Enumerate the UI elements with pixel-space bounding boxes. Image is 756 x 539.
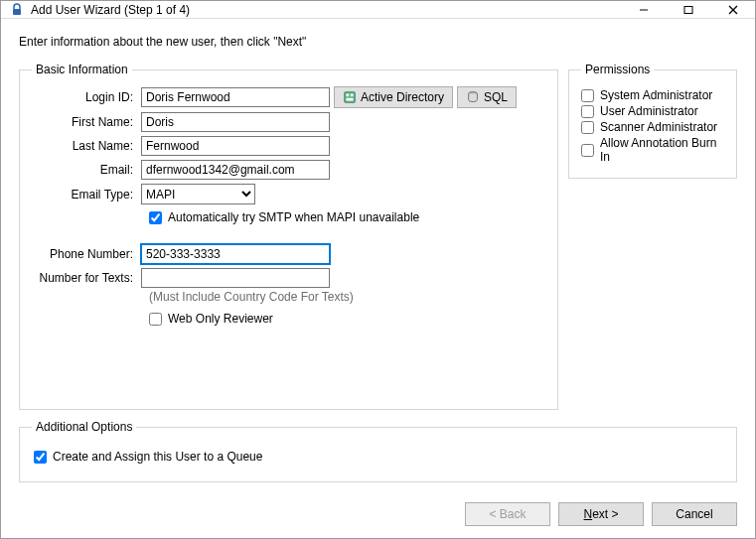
content-area: Enter information about the new user, th…	[1, 19, 755, 492]
directory-icon	[343, 90, 357, 104]
permissions-legend: Permissions	[581, 63, 654, 76]
svg-rect-7	[351, 94, 354, 97]
email-type-label: Email Type:	[32, 188, 141, 202]
window-title: Add User Wizard (Step 1 of 4)	[31, 3, 621, 17]
login-id-input[interactable]	[141, 87, 330, 107]
instruction-text: Enter information about the new user, th…	[19, 35, 737, 49]
texts-number-input[interactable]	[141, 268, 330, 288]
assign-queue-checkbox[interactable]	[34, 451, 47, 464]
texts-number-label: Number for Texts:	[32, 271, 141, 285]
scanner-admin-label: Scanner Administrator	[600, 120, 717, 134]
smtp-fallback-label: Automatically try SMTP when MAPI unavail…	[168, 210, 419, 224]
login-id-label: Login ID:	[32, 90, 141, 104]
last-name-input[interactable]	[141, 136, 330, 156]
maximize-button[interactable]	[666, 1, 710, 18]
phone-label: Phone Number:	[32, 247, 141, 261]
lock-icon	[9, 2, 25, 18]
user-admin-label: User Administrator	[600, 104, 698, 118]
burn-in-checkbox[interactable]	[581, 144, 594, 157]
next-button[interactable]: Next >	[558, 502, 644, 526]
titlebar: Add User Wizard (Step 1 of 4)	[1, 1, 755, 19]
wizard-window: Add User Wizard (Step 1 of 4) Enter info…	[0, 0, 756, 539]
phone-input[interactable]	[141, 244, 330, 264]
sql-button[interactable]: SQL	[457, 86, 517, 108]
email-label: Email:	[32, 163, 141, 177]
burn-in-label: Allow Annotation Burn In	[600, 136, 724, 164]
assign-queue-label: Create and Assign this User to a Queue	[53, 450, 262, 464]
svg-rect-5	[345, 92, 356, 103]
footer-buttons: < Back Next > Cancel	[1, 492, 755, 538]
sql-label: SQL	[484, 90, 508, 104]
svg-rect-8	[347, 98, 354, 101]
system-admin-label: System Administrator	[600, 88, 712, 102]
svg-rect-2	[684, 6, 692, 13]
email-type-select[interactable]: MAPI	[141, 184, 255, 204]
back-button[interactable]: < Back	[465, 502, 550, 526]
database-icon	[466, 90, 480, 104]
active-directory-label: Active Directory	[361, 90, 444, 104]
first-name-input[interactable]	[141, 112, 330, 132]
web-only-reviewer-checkbox[interactable]	[149, 313, 162, 326]
minimize-button[interactable]	[621, 1, 666, 18]
svg-rect-0	[13, 9, 21, 15]
window-controls	[621, 1, 755, 18]
active-directory-button[interactable]: Active Directory	[334, 86, 453, 108]
cancel-button[interactable]: Cancel	[652, 502, 737, 526]
web-only-reviewer-label: Web Only Reviewer	[168, 312, 273, 326]
texts-hint: (Must Include Country Code For Texts)	[149, 290, 545, 304]
user-admin-checkbox[interactable]	[581, 105, 594, 118]
additional-options-legend: Additional Options	[32, 420, 136, 434]
scanner-admin-checkbox[interactable]	[581, 121, 594, 134]
close-button[interactable]	[710, 1, 755, 18]
smtp-fallback-checkbox[interactable]	[149, 211, 162, 224]
last-name-label: Last Name:	[32, 139, 141, 153]
basic-information-legend: Basic Information	[32, 63, 132, 76]
permissions-group: Permissions System Administrator User Ad…	[568, 63, 737, 179]
basic-information-group: Basic Information Login ID: Active Direc…	[19, 63, 558, 410]
additional-options-group: Additional Options Create and Assign thi…	[19, 420, 737, 482]
first-name-label: First Name:	[32, 115, 141, 129]
system-admin-checkbox[interactable]	[581, 89, 594, 102]
svg-rect-6	[347, 94, 350, 97]
email-input[interactable]	[141, 160, 330, 180]
